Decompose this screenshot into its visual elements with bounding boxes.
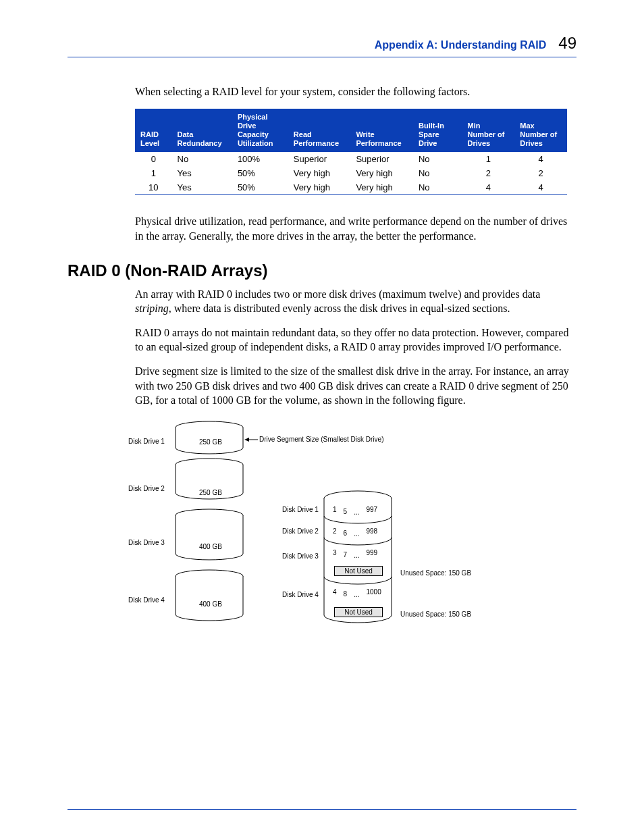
drive-label: Disk Drive 2 [128, 485, 165, 492]
drive-label: Disk Drive 3 [128, 539, 165, 546]
segment-size-label: Drive Segment Size (Smallest Disk Drive) [259, 436, 384, 443]
appendix-title: Appendix A: Understanding RAID [375, 39, 547, 51]
drive-capacity: 400 GB [199, 600, 222, 608]
drive-capacity: 400 GB [199, 543, 222, 550]
arrow-icon [244, 436, 258, 443]
intro-paragraph: When selecting a RAID level for your sys… [135, 84, 576, 99]
drive-capacity: 250 GB [199, 489, 222, 496]
cylinder-icon [172, 569, 246, 623]
section-heading: RAID 0 (Non-RAID Arrays) [68, 261, 576, 280]
col-write-performance: Write Performance [350, 109, 413, 153]
right-drive-label: Disk Drive 4 [282, 591, 319, 598]
segment-row: 4 8 ... 1000 [329, 585, 385, 599]
raid-comparison-table: RAID Level Data Redundancy Physical Driv… [135, 109, 567, 196]
after-table-paragraph: Physical drive utilization, read perform… [135, 214, 576, 243]
segment-row: 2 6 ... 998 [329, 524, 381, 538]
cylinder-icon [172, 421, 246, 454]
footer-rule [68, 809, 576, 810]
not-used-box: Not Used [334, 607, 383, 617]
page: Appendix A: Understanding RAID 49 When s… [0, 0, 644, 834]
table-row: 10 Yes 50% Very high Very high No 4 4 [135, 180, 567, 195]
table-row: 1 Yes 50% Very high Very high No 2 2 [135, 166, 567, 180]
page-number: 49 [558, 34, 576, 52]
not-used-box: Not Used [334, 566, 383, 576]
col-capacity-utilization: Physical Drive Capacity Utilization [232, 109, 288, 153]
drive-label: Disk Drive 1 [128, 438, 165, 445]
right-drive-label: Disk Drive 3 [282, 552, 319, 560]
col-max-drives: Max Number of Drives [514, 109, 567, 153]
right-drive-label: Disk Drive 2 [282, 527, 319, 535]
drive-label: Disk Drive 4 [128, 596, 165, 604]
page-header: Appendix A: Understanding RAID 49 [68, 34, 576, 57]
col-spare-drive: Built-In Spare Drive [413, 109, 462, 153]
raid0-paragraph-3: Drive segment size is limited to the siz… [135, 364, 576, 408]
table-row: 0 No 100% Superior Superior No 1 4 [135, 152, 567, 166]
segment-row: 1 5 ... 997 [329, 502, 381, 517]
right-drive-label: Disk Drive 1 [282, 506, 319, 513]
raid0-figure: Disk Drive 1 250 GB Disk Drive 2 250 GB … [135, 417, 567, 640]
col-read-performance: Read Performance [288, 109, 351, 153]
unused-space-label: Unused Space: 150 GB [400, 610, 471, 618]
segment-row: 3 7 ... 999 [329, 546, 381, 560]
raid0-paragraph-2: RAID 0 arrays do not maintain redundant … [135, 325, 576, 355]
col-raid-level: RAID Level [135, 109, 172, 153]
raid0-paragraph-1: An array with RAID 0 includes two or mor… [135, 287, 576, 316]
unused-space-label: Unused Space: 150 GB [400, 569, 471, 577]
term-striping: striping [135, 303, 169, 314]
col-min-drives: Min Number of Drives [462, 109, 514, 153]
drive-capacity: 250 GB [199, 438, 222, 446]
svg-marker-5 [244, 438, 249, 442]
col-data-redundancy: Data Redundancy [172, 109, 232, 153]
cylinder-icon [172, 509, 246, 563]
